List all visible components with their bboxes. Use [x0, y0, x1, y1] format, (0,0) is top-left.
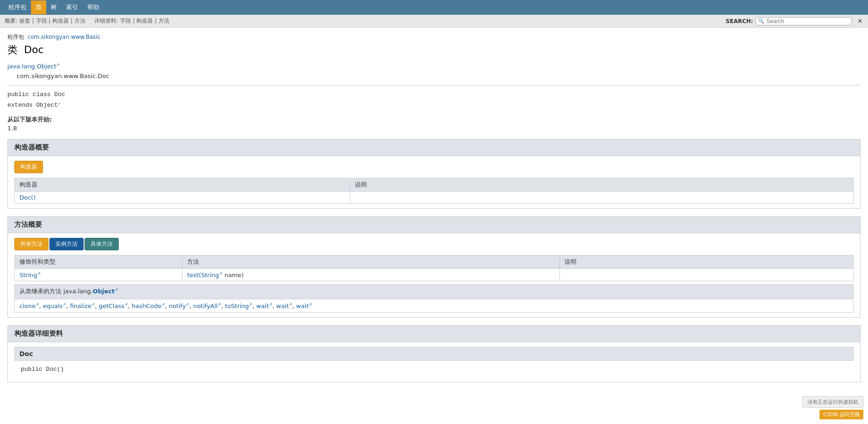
summary-field-link[interactable]: 字段: [36, 18, 47, 24]
constructor-tab-buttons: 构造器: [14, 161, 854, 173]
method-param-link[interactable]: String: [201, 272, 219, 279]
method-finalize[interactable]: finalize: [70, 303, 91, 309]
object-inherited-link[interactable]: Object: [93, 288, 115, 295]
constructor-col-header: 构造器: [15, 178, 350, 192]
class-declaration: public class Doc extends Object↗: [7, 89, 861, 111]
constructor-detail-section: 构造器详细资料 Doc public Doc(): [7, 325, 861, 382]
method-equals[interactable]: equals: [43, 303, 63, 309]
method-description: [560, 269, 854, 281]
summary-nested-link[interactable]: 嵌套: [19, 18, 30, 24]
constructor-link[interactable]: Doc(): [19, 194, 36, 201]
string2-link-sup: ↗: [219, 271, 223, 276]
method-link[interactable]: test(: [187, 272, 201, 279]
method-getclass[interactable]: getClass: [99, 303, 125, 309]
method-notifyall[interactable]: notifyAll: [193, 303, 218, 309]
constructor-detail-header: 构造器详细资料: [8, 326, 860, 342]
search-box: 🔍: [756, 17, 852, 25]
search-area: SEARCH: 🔍 ✕: [726, 17, 863, 25]
main-content: 程序包 com.sikongyan.www.Basic 类 Doc java.l…: [0, 28, 868, 395]
constructor-detail-declaration: public Doc(): [14, 361, 854, 377]
detail-constructor-link[interactable]: 构造器: [136, 18, 153, 24]
method-wait3[interactable]: wait: [296, 303, 309, 309]
method-modifier-link[interactable]: String: [19, 272, 37, 279]
sub-nav-links: 概要: 嵌套 | 字段 | 构造器 | 方法 详细资料: 字段 | 构造器 | …: [5, 17, 170, 25]
tab-all-methods[interactable]: 所有方法: [14, 238, 49, 250]
description-col-header: 说明: [350, 178, 854, 192]
class-keyword: 类: [7, 44, 18, 55]
search-icon: 🔍: [758, 18, 765, 24]
declaration-line2: extends Object↗: [7, 100, 861, 111]
constructor-summary-table: 构造器 说明 Doc(): [14, 178, 854, 204]
method-description-col: 说明: [560, 255, 854, 269]
child-class-path: com.sikongyan.www.Basic.Doc: [17, 73, 109, 79]
top-navigation: 程序包 类 树 索引 帮助: [0, 0, 868, 15]
method-summary-body: 所有方法 实例方法 具体方法 修饰符和类型 方法 说明 String↗ test…: [8, 233, 860, 317]
since-label: 从以下版本开始:: [7, 115, 861, 124]
nav-item-help[interactable]: 帮助: [83, 0, 104, 14]
hierarchy-divider: [7, 85, 861, 85]
parent-link-sup: ↗: [56, 62, 60, 67]
declaration-line1: public class Doc: [7, 89, 861, 100]
table-row: Doc(): [15, 192, 854, 204]
method-col: 方法: [182, 255, 560, 269]
constructor-detail-body: Doc public Doc(): [8, 342, 860, 382]
package-line: 程序包 com.sikongyan.www.Basic: [7, 33, 861, 41]
constructor-summary-header: 构造器概要: [8, 139, 860, 156]
method-modifier-col: 修饰符和类型: [15, 255, 182, 269]
extends-link-sup[interactable]: ↗: [58, 102, 60, 109]
since-value: 1.8: [7, 125, 861, 132]
nav-item-packages[interactable]: 程序包: [4, 0, 31, 14]
method-clone[interactable]: clone: [19, 303, 36, 309]
nav-item-classes[interactable]: 类: [31, 0, 46, 14]
object-link-sup: ↗: [115, 287, 118, 292]
parent-class-link[interactable]: java.lang.Object: [7, 63, 56, 70]
constructor-summary-section: 构造器概要 构造器 构造器 说明 Doc(): [7, 139, 861, 209]
package-link[interactable]: com.sikongyan.www.Basic: [28, 34, 101, 40]
tab-instance-methods[interactable]: 实例方法: [49, 238, 84, 250]
method-summary-header: 方法概要: [8, 217, 860, 233]
method-wait2[interactable]: wait: [276, 303, 289, 309]
constructor-tab-button[interactable]: 构造器: [14, 161, 43, 173]
nav-item-tree[interactable]: 树: [46, 0, 61, 14]
package-keyword: 程序包: [7, 34, 24, 40]
summary-method-link[interactable]: 方法: [74, 18, 85, 24]
detail-method-link[interactable]: 方法: [158, 18, 170, 24]
table-row: String↗ test(String↗ name): [15, 269, 854, 281]
constructor-summary-body: 构造器 构造器 说明 Doc(): [8, 156, 860, 208]
search-input[interactable]: [766, 18, 850, 24]
tab-concrete-methods[interactable]: 具体方法: [85, 238, 119, 250]
method-summary-table: 修饰符和类型 方法 说明 String↗ test(String↗ name): [14, 255, 854, 281]
inherited-section: 从类继承的方法 java.lang.Object↗: [14, 284, 854, 299]
class-hierarchy: java.lang.Object↗ com.sikongyan.www.Basi…: [7, 61, 861, 81]
constructor-description: [350, 192, 854, 204]
detail-field-link[interactable]: 字段: [120, 18, 131, 24]
method-tostring[interactable]: toString: [225, 303, 249, 309]
method-summary-section: 方法概要 所有方法 实例方法 具体方法 修饰符和类型 方法 说明 String↗: [7, 216, 861, 318]
search-label: SEARCH:: [726, 18, 753, 24]
sub-navigation: 概要: 嵌套 | 字段 | 构造器 | 方法 详细资料: 字段 | 构造器 | …: [0, 15, 868, 28]
method-notify[interactable]: notify: [169, 303, 186, 309]
nav-item-index[interactable]: 索引: [61, 0, 83, 14]
inherited-methods: clone↗, equals↗, finalize↗, getClass↗, h…: [14, 299, 854, 313]
method-hashcode[interactable]: hashCode: [132, 303, 162, 309]
method-tab-buttons: 所有方法 实例方法 具体方法: [14, 238, 854, 250]
class-name: Doc: [24, 44, 44, 55]
search-close-button[interactable]: ✕: [856, 18, 863, 24]
string-link-sup: ↗: [37, 271, 41, 276]
method-wait1[interactable]: wait: [256, 303, 269, 309]
constructor-detail-name: Doc: [14, 347, 854, 361]
class-title: 类 Doc: [7, 43, 861, 57]
summary-constructor-link[interactable]: 构造器: [52, 18, 69, 24]
